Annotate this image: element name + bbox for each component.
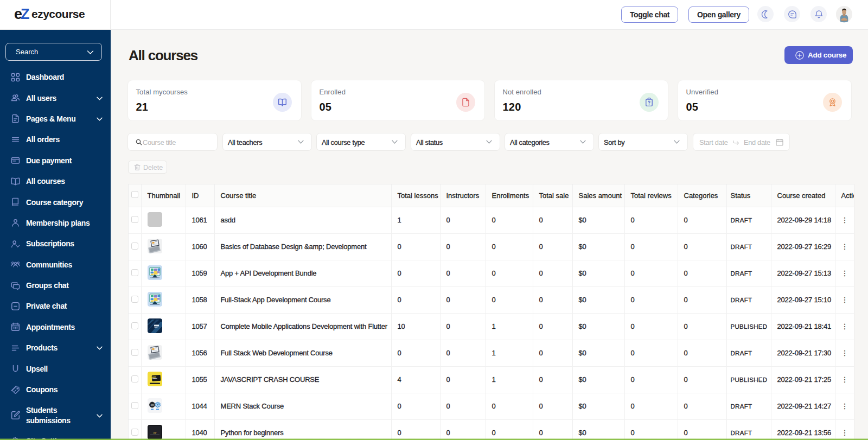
svg-text:py: py xyxy=(154,430,157,433)
svg-text:ex: ex xyxy=(150,403,154,406)
